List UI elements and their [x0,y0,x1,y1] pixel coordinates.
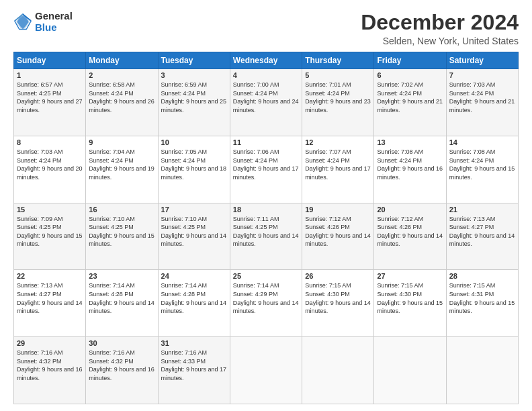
calendar-day-cell: 29 Sunrise: 7:16 AMSunset: 4:32 PMDaylig… [14,337,86,404]
title-block: December 2024 Selden, New York, United S… [361,11,519,46]
calendar-week-row: 1 Sunrise: 6:57 AMSunset: 4:25 PMDayligh… [14,69,519,136]
day-info: Sunrise: 7:14 AMSunset: 4:28 PMDaylight:… [161,282,227,314]
day-info: Sunrise: 7:05 AMSunset: 4:24 PMDaylight:… [161,148,227,181]
calendar-day-cell: 8 Sunrise: 7:03 AMSunset: 4:24 PMDayligh… [14,136,86,203]
calendar-day-cell [446,337,518,404]
calendar-header-row: SundayMondayTuesdayWednesdayThursdayFrid… [14,52,519,69]
calendar-day-cell: 6 Sunrise: 7:02 AMSunset: 4:24 PMDayligh… [374,69,446,136]
day-number: 21 [449,205,515,214]
day-number: 29 [17,339,83,347]
day-number: 15 [17,205,83,214]
calendar-day-cell [230,337,302,404]
calendar-day-header: Sunday [14,52,86,69]
day-info: Sunrise: 7:12 AMSunset: 4:26 PMDaylight:… [377,216,443,248]
calendar-day-cell: 17 Sunrise: 7:10 AMSunset: 4:25 PMDaylig… [158,203,230,270]
calendar-day-cell [302,337,374,404]
calendar-day-cell: 30 Sunrise: 7:16 AMSunset: 4:32 PMDaylig… [86,337,158,404]
calendar-week-row: 29 Sunrise: 7:16 AMSunset: 4:32 PMDaylig… [14,337,519,404]
day-info: Sunrise: 7:10 AMSunset: 4:25 PMDaylight:… [161,216,227,248]
day-number: 20 [377,205,443,214]
day-info: Sunrise: 7:09 AMSunset: 4:25 PMDaylight:… [17,216,83,248]
calendar-day-cell: 3 Sunrise: 6:59 AMSunset: 4:24 PMDayligh… [158,69,230,136]
day-info: Sunrise: 7:12 AMSunset: 4:26 PMDaylight:… [305,216,371,248]
day-number: 3 [161,71,227,79]
day-info: Sunrise: 7:04 AMSunset: 4:24 PMDaylight:… [89,148,154,181]
day-info: Sunrise: 7:14 AMSunset: 4:28 PMDaylight:… [89,282,154,314]
day-info: Sunrise: 7:07 AMSunset: 4:24 PMDaylight:… [305,148,371,181]
day-info: Sunrise: 7:16 AMSunset: 4:33 PMDaylight:… [161,349,227,381]
day-info: Sunrise: 7:13 AMSunset: 4:27 PMDaylight:… [449,216,515,248]
calendar-day-cell: 15 Sunrise: 7:09 AMSunset: 4:25 PMDaylig… [14,203,86,270]
calendar-day-cell: 7 Sunrise: 7:03 AMSunset: 4:24 PMDayligh… [446,69,518,136]
day-info: Sunrise: 6:57 AMSunset: 4:25 PMDaylight:… [17,81,83,113]
day-info: Sunrise: 7:06 AMSunset: 4:24 PMDaylight:… [233,148,299,181]
day-info: Sunrise: 7:11 AMSunset: 4:25 PMDaylight:… [233,216,299,248]
month-title: December 2024 [361,11,519,34]
day-info: Sunrise: 7:10 AMSunset: 4:25 PMDaylight:… [89,216,154,248]
calendar-day-cell: 22 Sunrise: 7:13 AMSunset: 4:27 PMDaylig… [14,270,86,337]
calendar-day-header: Thursday [302,52,374,69]
calendar-day-cell: 12 Sunrise: 7:07 AMSunset: 4:24 PMDaylig… [302,136,374,203]
day-info: Sunrise: 7:14 AMSunset: 4:29 PMDaylight:… [233,282,299,314]
calendar-day-cell: 18 Sunrise: 7:11 AMSunset: 4:25 PMDaylig… [230,203,302,270]
day-number: 13 [377,138,443,146]
calendar-day-cell: 20 Sunrise: 7:12 AMSunset: 4:26 PMDaylig… [374,203,446,270]
day-number: 4 [233,71,299,79]
calendar-day-cell: 5 Sunrise: 7:01 AMSunset: 4:24 PMDayligh… [302,69,374,136]
day-number: 10 [161,138,227,146]
day-info: Sunrise: 7:03 AMSunset: 4:24 PMDaylight:… [449,81,515,113]
day-number: 22 [17,272,83,280]
header: General Blue December 2024 Selden, New Y… [13,11,519,46]
location: Selden, New York, United States [361,36,519,46]
calendar-day-header: Saturday [446,52,518,69]
calendar-day-cell: 2 Sunrise: 6:58 AMSunset: 4:24 PMDayligh… [86,69,158,136]
day-info: Sunrise: 7:16 AMSunset: 4:32 PMDaylight:… [17,349,83,381]
calendar-week-row: 15 Sunrise: 7:09 AMSunset: 4:25 PMDaylig… [14,203,519,270]
calendar-week-row: 8 Sunrise: 7:03 AMSunset: 4:24 PMDayligh… [14,136,519,203]
day-number: 23 [89,272,154,280]
day-number: 25 [233,272,299,280]
calendar-day-header: Monday [86,52,158,69]
calendar-day-cell: 10 Sunrise: 7:05 AMSunset: 4:24 PMDaylig… [158,136,230,203]
calendar-day-cell: 1 Sunrise: 6:57 AMSunset: 4:25 PMDayligh… [14,69,86,136]
calendar-day-cell: 13 Sunrise: 7:08 AMSunset: 4:24 PMDaylig… [374,136,446,203]
calendar-day-cell: 28 Sunrise: 7:15 AMSunset: 4:31 PMDaylig… [446,270,518,337]
calendar-day-cell: 16 Sunrise: 7:10 AMSunset: 4:25 PMDaylig… [86,203,158,270]
logo-icon [13,13,32,32]
page: General Blue December 2024 Selden, New Y… [0,0,532,411]
day-info: Sunrise: 6:58 AMSunset: 4:24 PMDaylight:… [89,81,154,113]
day-number: 11 [233,138,299,146]
day-info: Sunrise: 7:08 AMSunset: 4:24 PMDaylight:… [377,148,443,181]
day-number: 8 [17,138,83,146]
day-info: Sunrise: 7:15 AMSunset: 4:30 PMDaylight:… [377,282,443,314]
day-info: Sunrise: 7:15 AMSunset: 4:31 PMDaylight:… [449,282,515,314]
logo-general-text: General [35,11,73,22]
day-number: 28 [449,272,515,280]
calendar-day-cell: 9 Sunrise: 7:04 AMSunset: 4:24 PMDayligh… [86,136,158,203]
day-number: 1 [17,71,83,79]
day-info: Sunrise: 7:03 AMSunset: 4:24 PMDaylight:… [17,148,83,181]
calendar-day-cell: 21 Sunrise: 7:13 AMSunset: 4:27 PMDaylig… [446,203,518,270]
calendar-day-header: Friday [374,52,446,69]
day-number: 17 [161,205,227,214]
day-info: Sunrise: 7:00 AMSunset: 4:24 PMDaylight:… [233,81,299,113]
calendar-day-cell: 27 Sunrise: 7:15 AMSunset: 4:30 PMDaylig… [374,270,446,337]
day-number: 31 [161,339,227,347]
calendar-day-cell: 19 Sunrise: 7:12 AMSunset: 4:26 PMDaylig… [302,203,374,270]
calendar-day-cell: 24 Sunrise: 7:14 AMSunset: 4:28 PMDaylig… [158,270,230,337]
calendar-day-cell: 14 Sunrise: 7:08 AMSunset: 4:24 PMDaylig… [446,136,518,203]
calendar-day-cell: 25 Sunrise: 7:14 AMSunset: 4:29 PMDaylig… [230,270,302,337]
calendar-day-cell: 26 Sunrise: 7:15 AMSunset: 4:30 PMDaylig… [302,270,374,337]
day-info: Sunrise: 7:15 AMSunset: 4:30 PMDaylight:… [305,282,371,314]
day-number: 24 [161,272,227,280]
calendar-day-cell: 4 Sunrise: 7:00 AMSunset: 4:24 PMDayligh… [230,69,302,136]
day-number: 27 [377,272,443,280]
calendar-day-cell: 11 Sunrise: 7:06 AMSunset: 4:24 PMDaylig… [230,136,302,203]
calendar-table: SundayMondayTuesdayWednesdayThursdayFrid… [13,52,519,404]
logo: General Blue [13,11,73,33]
calendar-day-cell [374,337,446,404]
day-info: Sunrise: 7:02 AMSunset: 4:24 PMDaylight:… [377,81,443,113]
day-info: Sunrise: 7:16 AMSunset: 4:32 PMDaylight:… [89,349,154,381]
day-info: Sunrise: 7:01 AMSunset: 4:24 PMDaylight:… [305,81,371,113]
day-number: 26 [305,272,371,280]
